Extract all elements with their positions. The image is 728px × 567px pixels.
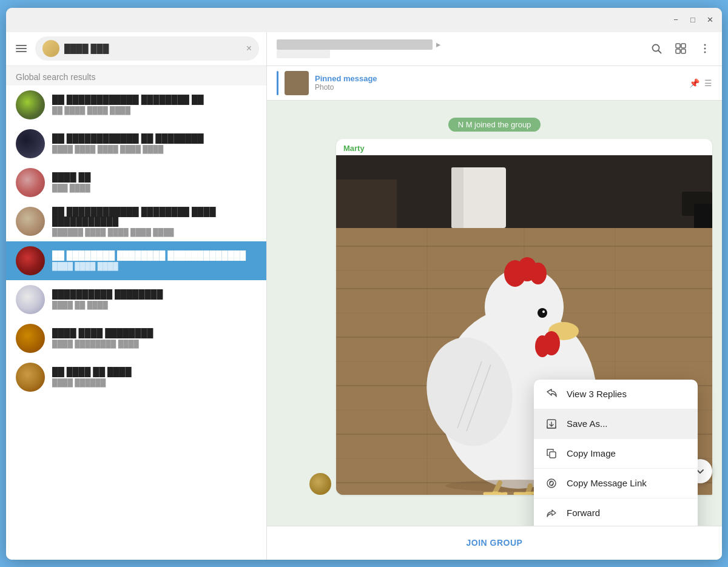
item-subtitle: ███ ████ [52, 184, 257, 192]
item-title: ██ ████████ ████████ █████████████ [52, 250, 257, 260]
item-title: ██ ████████████ ██ ████████ [52, 133, 257, 143]
context-item-view-replies[interactable]: View 3 Replies [534, 380, 698, 409]
item-subtitle: ████ ████ ████ [52, 262, 257, 270]
search-bar: ████ ███ × [6, 32, 266, 66]
chat-area[interactable]: N M joined the group Marty [267, 101, 722, 526]
close-button[interactable]: ✕ [705, 15, 715, 25]
pinned-message[interactable]: Pinned message Photo 📌 ☰ [267, 66, 722, 101]
avatar [16, 207, 45, 236]
item-subtitle: ████ ██ ████ [52, 301, 257, 309]
search-text: ████ ███ [64, 44, 241, 53]
main-content: ████ ███ × Global search results ██ ████… [6, 32, 722, 560]
search-avatar [42, 40, 59, 57]
context-label: View 3 Replies [567, 389, 627, 399]
context-label: Copy Message Link [567, 478, 647, 488]
item-title: ████ ████ ████████ [52, 328, 257, 338]
avatar [16, 285, 45, 314]
avatar [16, 168, 45, 197]
svg-point-53 [547, 479, 556, 488]
item-subtitle: ██ ████ ████ ████ [52, 106, 257, 115]
context-item-forward[interactable]: Forward [534, 498, 698, 526]
svg-point-40 [542, 310, 545, 313]
svg-rect-11 [457, 167, 506, 228]
list-icon: ☰ [704, 78, 712, 88]
context-item-copy-image[interactable]: Copy Image [534, 439, 698, 468]
right-panel: ████ ███████ ████████ ████ ▸ ████ ██████ [267, 32, 722, 560]
item-subtitle: ████ ████████ ████ [52, 340, 257, 348]
item-title: ██ ████ ██ ████ [52, 367, 257, 377]
global-search-label: Global search results [6, 66, 266, 86]
copy-icon [545, 447, 558, 460]
list-item[interactable]: ██ ████████████ ████████ ██ ██ ████ ████… [6, 86, 266, 124]
avatar [16, 246, 45, 275]
pin-icon: 📌 [689, 78, 699, 88]
item-subtitle: ████ ████ ████ ████ ████ [52, 145, 257, 153]
minimize-button[interactable]: − [671, 15, 681, 25]
svg-rect-10 [336, 179, 397, 228]
list-item[interactable]: ██ ████████████ ██ ████████ ████ ████ ██… [6, 124, 266, 163]
search-chat-button[interactable] [649, 41, 664, 56]
message-sender: Marty [336, 139, 712, 155]
item-title: ██ ████████████ ████████ ██ [52, 95, 257, 104]
save-icon [545, 417, 558, 431]
search-results-list: ██ ████████████ ████████ ██ ██ ████ ████… [6, 86, 266, 560]
pinned-thumbnail [285, 71, 309, 95]
list-item[interactable]: ██████████ ████████ ████ ██ ████ [6, 280, 266, 319]
more-options-button[interactable] [698, 41, 712, 56]
item-title: ██████████ ████████ [52, 289, 257, 299]
avatar [16, 129, 45, 158]
join-group-button[interactable]: JOIN GROUP [467, 538, 523, 548]
link-icon [545, 477, 558, 490]
list-item[interactable]: ██ ████ ██ ████ ████ ██████ [6, 358, 266, 397]
svg-line-1 [659, 51, 661, 53]
forward-icon [545, 506, 558, 520]
svg-point-36 [530, 263, 547, 284]
pinned-title: Pinned message [315, 74, 683, 83]
avatar [16, 324, 45, 353]
app-window: − □ ✕ ████ ███ × Global search results [6, 8, 722, 560]
context-item-copy-link[interactable]: Copy Message Link [534, 469, 698, 498]
svg-point-39 [538, 308, 547, 318]
clear-search-button[interactable]: × [246, 43, 252, 54]
system-message: N M joined the group [277, 118, 712, 132]
pinned-info: Pinned message Photo [315, 74, 683, 92]
chat-header-info: ████ ███████ ████████ ████ ▸ ████ ██████ [277, 39, 642, 58]
svg-point-0 [653, 45, 659, 52]
chat-header: ████ ███████ ████████ ████ ▸ ████ ██████ [267, 32, 722, 66]
svg-rect-52 [550, 452, 556, 458]
svg-rect-5 [681, 49, 686, 53]
title-bar: − □ ✕ [6, 8, 722, 32]
item-title: ██ ████████████ ████████ ████ ██████████… [52, 207, 257, 226]
list-item[interactable]: ████ ██ ███ ████ [6, 163, 266, 202]
chat-footer: JOIN GROUP [267, 526, 722, 560]
context-label: Copy Image [567, 448, 616, 458]
list-item[interactable]: ██ ████████ ████████ █████████████ ████ … [6, 241, 266, 280]
chat-title: ████ ███████ ████████ ████ ▸ [277, 39, 642, 50]
pinned-subtitle: Photo [315, 83, 683, 92]
svg-rect-12 [451, 167, 463, 228]
maximize-button[interactable]: □ [688, 15, 698, 25]
system-message-text: N M joined the group [448, 118, 541, 132]
context-label: Forward [567, 508, 600, 518]
svg-point-8 [704, 52, 706, 53]
layout-button[interactable] [673, 41, 688, 56]
item-subtitle: ████ ██████ [52, 378, 257, 387]
svg-rect-3 [681, 44, 686, 48]
list-item[interactable]: ████ ████ ████████ ████ ████████ ████ [6, 319, 266, 358]
chat-subtitle: ████ ██████ [277, 50, 642, 58]
list-item[interactable]: ██ ████████████ ████████ ████ ██████████… [6, 202, 266, 241]
search-input-wrapper[interactable]: ████ ███ × [35, 36, 259, 61]
context-item-save-as[interactable]: Save As... [534, 409, 698, 438]
svg-line-47 [494, 494, 506, 495]
context-menu: View 3 Replies Save As... [534, 380, 698, 526]
avatar [16, 363, 45, 392]
sender-avatar [309, 473, 331, 495]
item-title: ████ ██ [52, 172, 257, 182]
chat-header-icons [649, 41, 712, 56]
left-panel: ████ ███ × Global search results ██ ████… [6, 32, 267, 560]
context-label: Save As... [567, 418, 608, 429]
menu-button[interactable] [13, 42, 29, 55]
item-subtitle: ██████ ████ ████ ████ ████ [52, 228, 257, 237]
svg-rect-4 [676, 49, 680, 53]
reply-icon [545, 388, 558, 401]
